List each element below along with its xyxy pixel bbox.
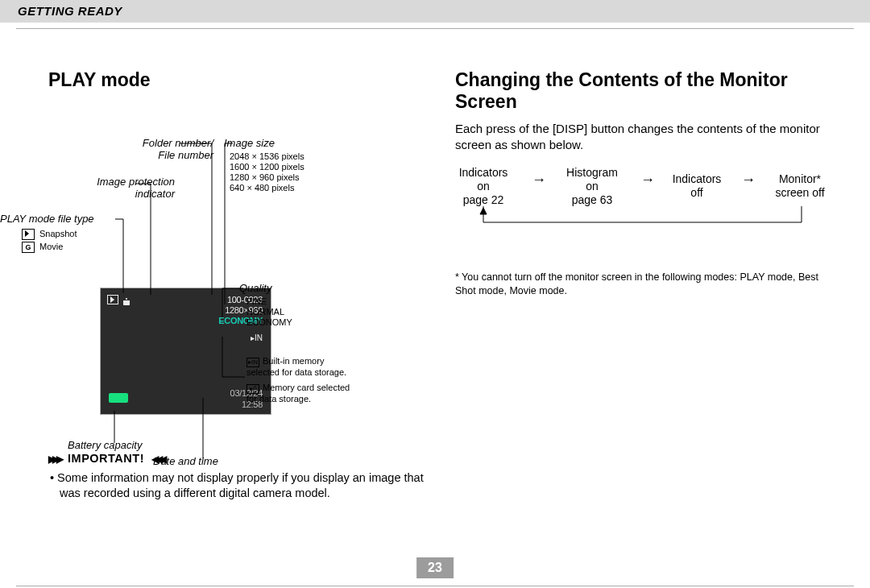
chevrons-left-icon: ◀◀◀ — [151, 452, 164, 467]
storage-list: ▸INBuilt-in memory selected for data sto… — [246, 356, 351, 404]
memory-card-icon: ▸⎙ — [246, 384, 259, 394]
changing-contents-title: Changing the Contents of the Monitor Scr… — [455, 69, 838, 113]
footnote: * You cannot turn off the monitor screen… — [455, 271, 838, 298]
label-battery: Battery capacity — [68, 439, 143, 451]
section-header: GETTING READY — [0, 0, 870, 23]
disp-flow-diagram: Indicators on page 22 → Histogram on pag… — [455, 166, 838, 238]
filetype-list: Snapshot GMovie — [22, 227, 77, 253]
battery-icon — [109, 393, 128, 403]
page-number: 23 — [416, 557, 454, 578]
flow-indicators-off: Indicators off — [657, 172, 737, 200]
snapshot-icon — [107, 295, 118, 304]
arrow-icon: → — [640, 172, 655, 187]
label-image-size: Image size — [224, 137, 275, 149]
label-filetype: PLAY mode file type — [0, 213, 94, 225]
protection-icon — [122, 295, 131, 304]
changing-contents-intro: Each press of the [DISP] button changes … — [455, 121, 838, 153]
important-block: ▶▶▶ IMPORTANT! ◀◀◀ • Some information ma… — [48, 451, 427, 501]
filetype-item: Snapshot — [39, 229, 77, 238]
arrow-icon: → — [741, 172, 756, 187]
filetype-item: Movie — [39, 242, 63, 251]
callout-lines — [0, 40, 435, 491]
storage-icon: ▸IN — [251, 333, 263, 342]
divider-top — [16, 28, 854, 29]
image-size-list: 2048 × 1536 pixels 1600 × 1200 pixels 12… — [230, 151, 304, 193]
movie-icon: G — [22, 242, 35, 253]
important-heading: IMPORTANT! — [68, 452, 144, 465]
arrow-icon: → — [532, 172, 546, 187]
label-quality: Quality — [239, 282, 271, 294]
important-text: Some information may not display properl… — [57, 471, 424, 499]
flow-histogram-on: Histogram on page 63 — [552, 166, 632, 207]
flow-indicators-on: Indicators on page 22 — [443, 166, 524, 207]
chevrons-right-icon: ▶▶▶ — [48, 452, 60, 467]
snapshot-icon — [22, 229, 35, 240]
flow-monitor-off: Monitor* screen off — [760, 172, 840, 200]
divider-bottom — [16, 586, 854, 586]
internal-memory-icon: ▸IN — [246, 358, 259, 367]
play-mode-title: PLAY mode — [48, 69, 419, 91]
quality-list: FINE NORMAL ECONOMY — [246, 296, 292, 328]
label-folder-file: Folder number/ File number — [77, 137, 213, 161]
label-protection: Image protection indicator — [38, 176, 175, 200]
